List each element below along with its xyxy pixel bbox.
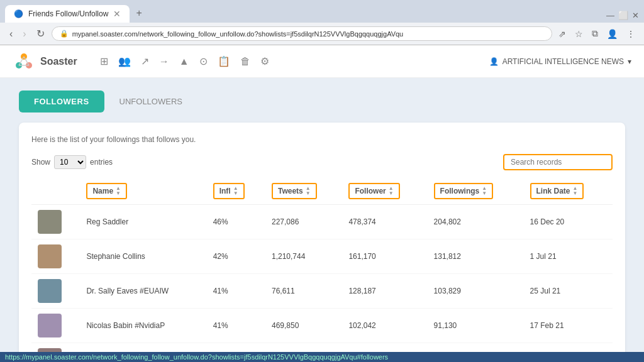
sort-follower-icon: ▲▼	[389, 186, 394, 196]
col-name[interactable]: Name ▲▼	[80, 178, 206, 205]
followers-table: Name ▲▼ Infl ▲▼ Tweets ▲▼ Follower ▲▼ Fo…	[31, 178, 613, 362]
user-menu-arrow: ▾	[628, 57, 631, 66]
people-icon[interactable]: 👥	[118, 55, 131, 67]
url-text: mypanel.soaster.com/network_following_fo…	[72, 30, 404, 38]
cell-follower: 102,042	[342, 309, 427, 343]
profile-button[interactable]: 👤	[604, 27, 620, 40]
cell-followings: 204,802	[428, 205, 524, 239]
cell-link-date: 1 Jul 21	[524, 239, 613, 274]
clipboard-icon[interactable]: 📋	[218, 55, 230, 67]
col-tweets[interactable]: Tweets ▲▼	[265, 178, 342, 205]
unfollowers-tab-button[interactable]: UNFOLLOWERS	[104, 90, 197, 112]
show-label: Show	[31, 158, 50, 167]
cell-follower: 161,170	[342, 239, 427, 274]
table-row: Reg Saddler 46% 227,086 478,374 204,802 …	[31, 205, 613, 239]
cell-avatar	[31, 309, 80, 343]
share-button[interactable]: ⇗	[556, 27, 569, 40]
cell-infl: 41%	[207, 274, 265, 309]
user-menu[interactable]: 👤 ARTIFICIAL INTELLIGENCE NEWS ▾	[489, 57, 631, 66]
cell-name: Dr. Sally Eaves #EUAIW	[80, 274, 206, 309]
search-input[interactable]	[503, 154, 613, 170]
settings-icon[interactable]: ⚙	[260, 55, 269, 67]
cell-tweets: 227,086	[265, 205, 342, 239]
cell-avatar	[31, 274, 80, 309]
new-tab-button[interactable]: +	[130, 4, 148, 23]
tab-favicon: 🔵	[14, 9, 23, 18]
tab-title: Friends Follow/Unfollow	[28, 9, 108, 18]
split-view-button[interactable]: ⧉	[589, 27, 601, 40]
col-avatar	[31, 178, 80, 205]
tab-bar: 🔵 Friends Follow/Unfollow ✕ + — ⬜ ✕	[0, 0, 644, 23]
col-followings[interactable]: Followings ▲▼	[428, 178, 524, 205]
sort-followings-icon: ▲▼	[482, 186, 487, 196]
cell-tweets: 76,611	[265, 274, 342, 309]
cell-infl: 46%	[207, 205, 265, 239]
sort-name-icon: ▲▼	[116, 186, 121, 196]
table-row: Nicolas Babin #NvidiaP 41% 469,850 102,0…	[31, 309, 613, 343]
status-bar: https://mypanel.soaster.com/network_foll…	[0, 352, 644, 362]
cell-follower: 128,187	[342, 274, 427, 309]
back-button[interactable]: ‹	[6, 27, 16, 41]
cell-link-date: 17 Feb 21	[524, 309, 613, 343]
logo-text: Soaster	[40, 56, 77, 67]
table-row: Dr. Sally Eaves #EUAIW 41% 76,611 128,18…	[31, 274, 613, 309]
active-tab[interactable]: 🔵 Friends Follow/Unfollow ✕	[5, 5, 130, 23]
table-header-row: Name ▲▼ Infl ▲▼ Tweets ▲▼ Follower ▲▼ Fo…	[31, 178, 613, 205]
trash-icon[interactable]: 🗑	[240, 56, 250, 67]
tab-buttons: FOLLOWERS UNFOLLOWERS	[19, 90, 625, 112]
browser-chrome: 🔵 Friends Follow/Unfollow ✕ + — ⬜ ✕ ‹ › …	[0, 0, 644, 45]
sort-infl-icon: ▲▼	[233, 186, 238, 196]
card-description: Here is the list of your followings that…	[31, 135, 613, 144]
minimize-button[interactable]: —	[606, 11, 614, 20]
cell-tweets: 1,210,744	[265, 239, 342, 274]
tab-close-button[interactable]: ✕	[113, 9, 121, 19]
entries-label: entries	[90, 158, 113, 167]
col-link-date[interactable]: Link Date ▲▼	[524, 178, 613, 205]
profile-icon[interactable]: ⊙	[199, 55, 208, 67]
cell-name: Nicolas Babin #NvidiaP	[80, 309, 206, 343]
table-row: Stephanie Collins 42% 1,210,744 161,170 …	[31, 239, 613, 274]
cell-avatar	[31, 239, 80, 274]
cell-followings: 103,829	[428, 274, 524, 309]
cell-follower: 478,374	[342, 205, 427, 239]
logo-icon	[13, 50, 35, 73]
send-icon[interactable]: ▲	[179, 56, 189, 67]
cell-link-date: 16 Dec 20	[524, 205, 613, 239]
logo-area: Soaster	[13, 50, 77, 73]
nav-actions: ⇗ ☆ ⧉ 👤 ⋮	[556, 27, 638, 40]
sort-linkdate-icon: ▲▼	[573, 186, 578, 196]
table-controls: Show 10 25 50 100 entries	[31, 154, 613, 170]
cell-followings: 131,812	[428, 239, 524, 274]
col-infl[interactable]: Infl ▲▼	[207, 178, 265, 205]
cell-avatar	[31, 205, 80, 239]
user-menu-person-icon: 👤	[489, 57, 499, 66]
grid-icon[interactable]: ⊞	[100, 55, 108, 67]
cell-infl: 42%	[207, 239, 265, 274]
forward-button[interactable]: ›	[19, 27, 29, 41]
cell-followings: 91,130	[428, 309, 524, 343]
address-bar[interactable]: 🔒 mypanel.soaster.com/network_following_…	[52, 26, 552, 41]
cell-infl: 41%	[207, 309, 265, 343]
cell-link-date: 25 Jul 21	[524, 274, 613, 309]
cell-name: Stephanie Collins	[80, 239, 206, 274]
cell-name: Reg Saddler	[80, 205, 206, 239]
col-follower[interactable]: Follower ▲▼	[342, 178, 427, 205]
menu-button[interactable]: ⋮	[624, 27, 638, 40]
reload-button[interactable]: ↻	[33, 26, 48, 41]
restore-button[interactable]: ⬜	[618, 11, 628, 20]
nav-icons: ⊞ 👥 ↗ → ▲ ⊙ 📋 🗑 ⚙	[100, 55, 479, 67]
user-menu-label: ARTIFICIAL INTELLIGENCE NEWS	[502, 57, 624, 66]
entries-select[interactable]: 10 25 50 100	[54, 155, 86, 169]
content-area: FOLLOWERS UNFOLLOWERS Here is the list o…	[0, 78, 644, 362]
sort-tweets-icon: ▲▼	[306, 186, 311, 196]
close-window-button[interactable]: ✕	[632, 11, 639, 20]
cell-tweets: 469,850	[265, 309, 342, 343]
nav-bar: ‹ › ↻ 🔒 mypanel.soaster.com/network_foll…	[0, 23, 644, 45]
lock-icon: 🔒	[60, 30, 69, 38]
bookmark-button[interactable]: ☆	[572, 27, 586, 40]
trending-icon[interactable]: ↗	[141, 55, 149, 67]
followers-tab-button[interactable]: FOLLOWERS	[19, 90, 104, 112]
app-wrapper: Soaster ⊞ 👥 ↗ → ▲ ⊙ 📋 🗑 ⚙ 👤 ARTIFICIAL I…	[0, 45, 644, 362]
show-entries: Show 10 25 50 100 entries	[31, 155, 113, 169]
arrow-icon[interactable]: →	[159, 56, 169, 67]
